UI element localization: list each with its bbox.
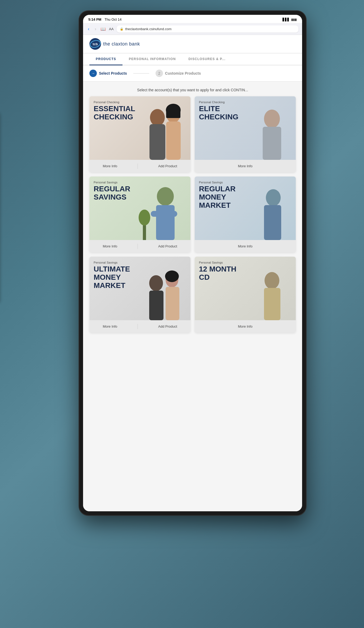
card-actions-essential: More Info Add Product — [89, 160, 190, 172]
forward-button[interactable]: › — [94, 26, 97, 32]
card-actions-money-market: More Info — [195, 240, 296, 252]
card-name-cd: 12 MONTHCD — [199, 265, 236, 282]
svg-rect-9 — [156, 205, 175, 240]
product-card-regular-savings: Personal Savings REGULARSAVINGS — [89, 177, 190, 252]
add-product-savings[interactable]: Add Product — [156, 243, 179, 249]
card-name-elite: ELITECHECKING — [199, 105, 238, 121]
address-bar[interactable]: 🔒 theclaxtonbank.csinufund.com — [117, 25, 298, 33]
svg-rect-3 — [166, 121, 181, 160]
browser-chrome: ‹ › 📖 AA 🔒 theclaxtonbank.csinufund.com — [83, 23, 302, 35]
svg-rect-1 — [149, 124, 165, 160]
more-info-essential[interactable]: More Info — [101, 163, 119, 169]
card-text-cd: Personal Savings 12 MONTHCD — [199, 261, 236, 282]
card-image-savings: Personal Savings REGULARSAVINGS — [89, 177, 190, 240]
card-category-ultimate: Personal Savings — [94, 261, 130, 264]
lock-icon: 🔒 — [120, 27, 124, 31]
ipad-device: 5:14 PM Thu Oct 14 ▋▋▋ ▮▮▮ ‹ › 📖 AA 🔒 th… — [79, 11, 317, 516]
step-2-label: Customize Products — [165, 71, 201, 75]
card-actions-elite: More Info — [195, 160, 296, 172]
card-text-ultimate: Personal Savings ULTIMATEMONEYMARKET — [94, 261, 130, 290]
more-info-elite[interactable]: More Info — [236, 163, 255, 169]
svg-point-0 — [150, 109, 165, 126]
card-name-ultimate: ULTIMATEMONEYMARKET — [94, 265, 130, 290]
page-content: tcb the claxton bank PRODUCTS PERSONAL I… — [83, 35, 302, 511]
product-card-elite-checking: Personal Checking ELITECHECKING More Inf… — [195, 96, 296, 172]
svg-point-13 — [266, 189, 281, 206]
bank-header: tcb the claxton bank — [83, 35, 302, 53]
svg-point-19 — [165, 270, 179, 282]
card-people-savings — [138, 177, 190, 240]
svg-point-20 — [265, 272, 279, 289]
svg-rect-21 — [264, 288, 280, 320]
step-1-label: Select Products — [99, 71, 127, 75]
card-people-elite — [248, 96, 296, 160]
card-people-cd — [248, 257, 296, 320]
tab-disclosures[interactable]: DISCLOSURES & P... — [182, 53, 232, 65]
add-product-ultimate[interactable]: Add Product — [156, 323, 179, 329]
card-people-ultimate — [138, 257, 190, 320]
product-card-ultimate-money-market: Personal Savings ULTIMATEMONEYMARKET — [89, 257, 190, 333]
status-bar: 5:14 PM Thu Oct 14 ▋▋▋ ▮▮▮ — [83, 15, 302, 23]
ipad-shell: 5:14 PM Thu Oct 14 ▋▋▋ ▮▮▮ ‹ › 📖 AA 🔒 th… — [79, 11, 306, 516]
svg-point-12 — [139, 210, 150, 225]
aa-button[interactable]: AA — [109, 27, 113, 31]
product-card-essential-checking: Personal Checking ESSENTIALCHECKING — [89, 96, 190, 172]
battery-icon: ▮▮▮ — [291, 18, 297, 21]
more-info-money-market[interactable]: More Info — [236, 243, 255, 249]
svg-rect-10 — [151, 211, 177, 217]
step-divider — [133, 73, 149, 74]
step-2-icon: 2 — [158, 71, 160, 75]
url-text: theclaxtonbank.csinufund.com — [125, 27, 171, 31]
card-image-cd: Personal Savings 12 MONTHCD — [195, 257, 296, 320]
card-category-elite: Personal Checking — [199, 101, 238, 104]
step-1-icon: → — [91, 71, 95, 75]
logo-circle: tcb — [89, 38, 101, 50]
card-actions-ultimate: More Info Add Product — [89, 320, 190, 333]
svg-point-6 — [264, 110, 280, 128]
card-actions-cd: More Info — [195, 320, 296, 333]
instruction-text: Select the account(s) that you want to a… — [83, 82, 302, 96]
status-date: Thu Oct 14 — [104, 17, 121, 21]
product-card-money-market: Personal Savings REGULARMONEYMARKET More… — [195, 177, 296, 252]
card-category-savings: Personal Savings — [94, 181, 130, 184]
bank-logo: tcb the claxton bank — [89, 38, 140, 50]
card-image-essential: Personal Checking ESSENTIALCHECKING — [89, 96, 190, 160]
tab-products[interactable]: PRODUCTS — [89, 53, 122, 65]
step-2-circle: 2 — [156, 70, 163, 77]
more-info-savings[interactable]: More Info — [101, 243, 119, 249]
card-text-money-market: Personal Savings REGULARMONEYMARKET — [199, 181, 235, 209]
card-text-essential: Personal Checking ESSENTIALCHECKING — [94, 101, 135, 121]
svg-rect-5 — [166, 110, 180, 118]
card-image-elite: Personal Checking ELITECHECKING — [195, 96, 296, 160]
card-name-money-market: REGULARMONEYMARKET — [199, 185, 235, 209]
card-category-cd: Personal Savings — [199, 261, 236, 264]
status-icons: ▋▋▋ ▮▮▮ — [283, 18, 297, 21]
action-divider-essential — [138, 164, 138, 169]
wifi-icon: ▋▋▋ — [283, 18, 290, 21]
svg-point-8 — [157, 187, 174, 206]
card-category-essential: Personal Checking — [94, 101, 135, 104]
step-indicator: → Select Products 2 Customize Products — [83, 65, 302, 82]
card-name-savings: REGULARSAVINGS — [94, 185, 130, 201]
card-actions-savings: More Info Add Product — [89, 240, 190, 252]
svg-rect-18 — [166, 287, 179, 320]
card-image-ultimate: Personal Savings ULTIMATEMONEYMARKET — [89, 257, 190, 320]
step-2: 2 Customize Products — [156, 70, 201, 77]
bank-name: the claxton bank — [103, 41, 140, 47]
logo-tcb-text: tcb — [93, 42, 98, 46]
card-text-savings: Personal Savings REGULARSAVINGS — [94, 181, 130, 201]
more-info-cd[interactable]: More Info — [236, 323, 255, 329]
card-image-money-market: Personal Savings REGULARMONEYMARKET — [195, 177, 296, 240]
tab-personal-information[interactable]: PERSONAL INFORMATION — [122, 53, 182, 65]
add-product-essential[interactable]: Add Product — [156, 163, 179, 169]
more-info-ultimate[interactable]: More Info — [101, 323, 119, 329]
back-button[interactable]: ‹ — [87, 26, 90, 32]
svg-rect-7 — [263, 127, 281, 160]
action-divider-savings — [138, 244, 138, 249]
svg-rect-16 — [149, 291, 163, 320]
card-name-essential: ESSENTIALCHECKING — [94, 105, 135, 121]
card-people-money-market — [248, 177, 296, 240]
bookmarks-button[interactable]: 📖 — [101, 26, 106, 31]
card-text-elite: Personal Checking ELITECHECKING — [199, 101, 238, 121]
step-1-circle: → — [89, 70, 97, 77]
